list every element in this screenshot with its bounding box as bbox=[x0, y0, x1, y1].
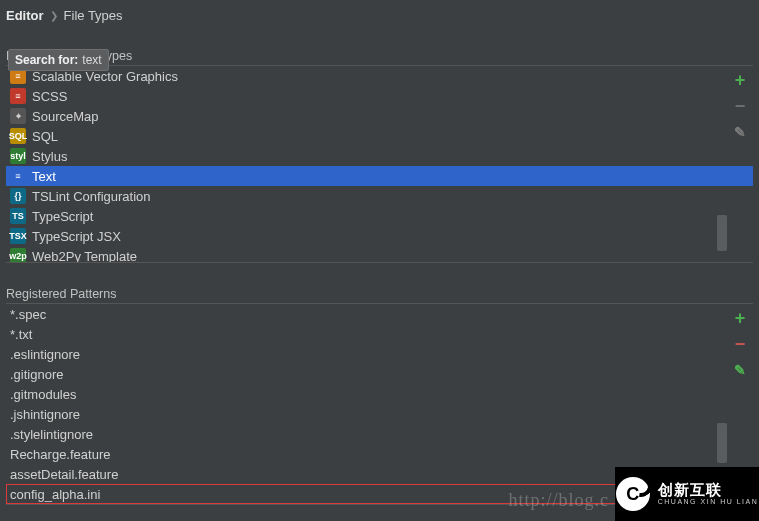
pattern-label: assetDetail.feature bbox=[10, 467, 118, 482]
logo-text-cn: 创新互联 bbox=[658, 482, 759, 498]
filetype-label: SCSS bbox=[32, 89, 67, 104]
pattern-label: .stylelintignore bbox=[10, 427, 93, 442]
ts-icon: TS bbox=[10, 208, 26, 224]
scrollbar[interactable] bbox=[717, 65, 727, 263]
filetype-label: TypeScript JSX bbox=[32, 229, 121, 244]
pattern-row[interactable]: .stylelintignore bbox=[6, 424, 753, 444]
pattern-label: .gitmodules bbox=[10, 387, 76, 402]
styl-icon: styl bbox=[10, 148, 26, 164]
add-filetype-button[interactable]: + bbox=[731, 71, 749, 89]
tsl-icon: {} bbox=[10, 188, 26, 204]
breadcrumb: Editor ❯ File Types bbox=[0, 0, 759, 29]
remove-filetype-button[interactable]: − bbox=[731, 97, 749, 115]
pattern-row[interactable]: *.spec bbox=[6, 304, 753, 324]
pattern-label: *.txt bbox=[10, 327, 32, 342]
pattern-row[interactable]: .jshintignore bbox=[6, 404, 753, 424]
pattern-label: .gitignore bbox=[10, 367, 63, 382]
remove-pattern-button[interactable]: − bbox=[731, 335, 749, 353]
pattern-row[interactable]: .eslintignore bbox=[6, 344, 753, 364]
filetypes-section-title: Recognized File Types bbox=[0, 29, 759, 65]
patterns-tools: + − ✎ bbox=[727, 303, 753, 379]
filetypes-tools: + − ✎ bbox=[727, 65, 753, 141]
w2p-icon: w2p bbox=[10, 248, 26, 263]
sql-icon: SQL bbox=[10, 128, 26, 144]
edit-filetype-button[interactable]: ✎ bbox=[731, 123, 749, 141]
search-label: Search for: bbox=[15, 53, 78, 67]
filetype-row[interactable]: SQLSQL bbox=[6, 126, 753, 146]
logo-icon: C bbox=[616, 477, 650, 511]
filetype-row[interactable]: w2pWeb2Py Template bbox=[6, 246, 753, 263]
chevron-right-icon: ❯ bbox=[50, 10, 58, 21]
filetype-row[interactable]: ≡SCSS bbox=[6, 86, 753, 106]
text-icon: ≡ bbox=[10, 168, 26, 184]
filetype-row[interactable]: {}TSLint Configuration bbox=[6, 186, 753, 206]
filetype-row[interactable]: ≡Scalable Vector Graphics bbox=[6, 66, 753, 86]
search-overlay[interactable]: Search for: text bbox=[8, 49, 109, 71]
filetype-label: SourceMap bbox=[32, 109, 98, 124]
filetype-label: TSLint Configuration bbox=[32, 189, 151, 204]
logo-text-en: CHUANG XIN HU LIAN bbox=[658, 498, 759, 505]
tsx-icon: TSX bbox=[10, 228, 26, 244]
pattern-label: .jshintignore bbox=[10, 407, 80, 422]
filetype-label: SQL bbox=[32, 129, 58, 144]
pattern-label: .eslintignore bbox=[10, 347, 80, 362]
filetype-row[interactable]: ≡Text bbox=[6, 166, 753, 186]
add-pattern-button[interactable]: + bbox=[731, 309, 749, 327]
edit-pattern-button[interactable]: ✎ bbox=[731, 361, 749, 379]
breadcrumb-root[interactable]: Editor bbox=[6, 8, 44, 23]
filetypes-list[interactable]: ≡Scalable Vector Graphics≡SCSS⌖SourceMap… bbox=[6, 65, 753, 263]
filetype-row[interactable]: stylStylus bbox=[6, 146, 753, 166]
filetypes-container: ≡Scalable Vector Graphics≡SCSS⌖SourceMap… bbox=[6, 65, 753, 263]
filetype-row[interactable]: ⌖SourceMap bbox=[6, 106, 753, 126]
pattern-row[interactable]: .gitignore bbox=[6, 364, 753, 384]
logo-overlay: C 创新互联 CHUANG XIN HU LIAN bbox=[615, 467, 759, 521]
patterns-section-title: Registered Patterns bbox=[0, 263, 759, 303]
scroll-thumb[interactable] bbox=[717, 423, 727, 463]
scss-icon: ≡ bbox=[10, 88, 26, 104]
filetype-row[interactable]: TSTypeScript bbox=[6, 206, 753, 226]
filetype-label: TypeScript bbox=[32, 209, 93, 224]
pattern-label: *.spec bbox=[10, 307, 46, 322]
pattern-row[interactable]: .gitmodules bbox=[6, 384, 753, 404]
filetype-label: Stylus bbox=[32, 149, 67, 164]
map-icon: ⌖ bbox=[10, 108, 26, 124]
breadcrumb-current: File Types bbox=[64, 8, 123, 23]
filetype-label: Text bbox=[32, 169, 56, 184]
pattern-label: Recharge.feature bbox=[10, 447, 110, 462]
pattern-row[interactable]: *.txt bbox=[6, 324, 753, 344]
filetype-row[interactable]: TSXTypeScript JSX bbox=[6, 226, 753, 246]
pattern-row[interactable]: Recharge.feature bbox=[6, 444, 753, 464]
search-query: text bbox=[82, 53, 101, 67]
pattern-label: config_alpha.ini bbox=[10, 487, 100, 502]
filetype-label: Web2Py Template bbox=[32, 249, 137, 264]
watermark-url: http://blog.c bbox=[509, 490, 610, 511]
scroll-thumb[interactable] bbox=[717, 215, 727, 251]
